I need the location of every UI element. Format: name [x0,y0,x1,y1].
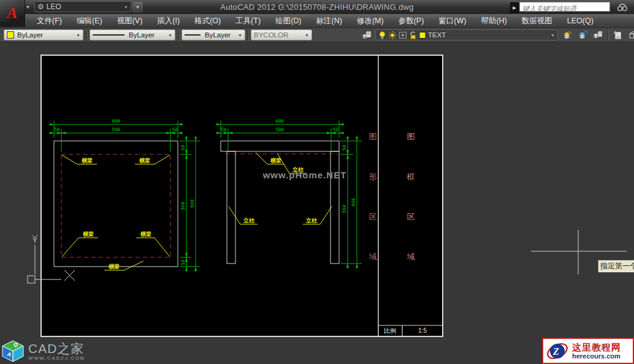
layer-control-combo[interactable]: TEXT ▼ [375,29,558,40]
cadzj-url: WWW.CADZJ.COM [28,355,85,361]
herecours-url: herecours.com [572,352,621,360]
menu-item-edit[interactable]: 编辑(E) [69,14,110,28]
dim-text: 50 [172,127,178,132]
menu-item-tools[interactable]: 工具(T) [228,14,268,28]
drawing-canvas[interactable]: 比例 1:5 图 形 区 域 图 框 区 域 [0,42,634,364]
menu-item-modify[interactable]: 修改(M) [349,14,391,28]
color-swatch-icon [7,31,14,39]
dim-text: 550 [342,205,347,213]
search-binoculars-icon[interactable] [616,2,629,12]
frame-char: 区 [407,212,415,221]
properties-toolbar: ByLayer ▼ ByLayer ▼ ByLayer ▼ BYCOLOR ▼ [0,28,634,42]
color-control-label: ByLayer [17,31,43,39]
toolbar-separator [248,29,249,40]
menu-item-dimension[interactable]: 标注(N) [309,14,349,28]
lineweight-control-label: ByLayer [205,31,231,39]
linetype-control-label: ByLayer [129,31,155,39]
chevron-down-icon: ▼ [548,33,555,37]
dim-text: 500 [112,127,120,132]
menu-item-window[interactable]: 窗口(W) [431,14,473,28]
layer-states-manager-button[interactable] [590,29,604,42]
toolbar-separator [178,29,180,40]
application-menu-button[interactable]: A [0,0,25,27]
cube-3d-icon [628,30,634,40]
dim-text: 50 [221,127,227,132]
workspace-flyout-button[interactable]: ▼ [132,1,143,12]
cube-tool-button[interactable] [626,29,634,42]
menu-item-help[interactable]: 帮助(H) [473,14,514,28]
frame-char: 框 [407,172,415,181]
layer-viewport-freeze-icon[interactable] [399,31,407,40]
make-object-layer-current-button[interactable] [560,29,574,42]
dim-text: 500 [275,127,284,132]
app-menu-chevron-icon[interactable]: ▼ [26,5,30,9]
dim-text: 50 [332,127,338,132]
layer-stack-arrow-icon [578,30,588,40]
layer-previous-button[interactable] [576,29,589,42]
menu-item-file[interactable]: 文件(F) [29,14,69,28]
search-input[interactable] [520,4,609,13]
linetype-preview-icon [93,34,124,36]
layer-stack-list-icon [592,30,603,40]
menu-item-view[interactable]: 视图(V) [110,14,150,28]
part-label: 横梁 [81,157,93,164]
workspace-switcher[interactable]: ⚙ LEO ▼ [34,1,131,12]
toolbar-separator [86,29,88,40]
dim-text: 600 [112,118,120,124]
cadzj-watermark: A D CAD之家 WWW.CADZJ.COM [2,340,85,362]
scale-value: 1:5 [418,327,427,334]
part-label: 横梁 [139,157,150,164]
menu-item-format[interactable]: 格式(O) [187,14,228,28]
dim-text: 50 [54,127,60,132]
svg-text:Z: Z [552,346,559,357]
layer-on-bulb-icon[interactable] [378,31,386,40]
part-label: 横梁 [270,157,281,164]
sheet-arrow-tool-button[interactable] [611,29,624,42]
layer-properties-manager-button[interactable] [359,29,373,42]
cadzj-name: CAD之家 [28,342,85,355]
chevron-down-icon: ▼ [166,33,172,37]
layer-thaw-sun-icon[interactable] [388,31,397,40]
dim-text: 500 [180,202,186,210]
scale-label: 比例 [384,327,396,334]
part-label: 横梁 [108,264,120,270]
layer-stack-pencil-icon [562,30,573,40]
plotstyle-control-combo[interactable]: BYCOLOR ▼ [251,29,312,40]
frame-char: 形 [369,172,377,181]
dim-text: 50 [180,259,186,265]
menu-item-dataview[interactable]: 数据视图 [514,14,560,28]
chevron-down-icon: ▼ [302,33,309,37]
command-tooltip: 指定第一个 [598,260,634,273]
part-label: 立柱 [243,218,255,224]
frame-char: 图 [369,132,377,141]
dim-text: 50 [342,145,347,151]
chevron-down-icon: ▼ [74,33,80,37]
linetype-control-combo[interactable]: ByLayer ▼ [90,29,175,40]
menu-bar: 文件(F) 编辑(E) 视图(V) 插入(I) 格式(O) 工具(T) 绘图(D… [0,14,634,28]
color-control-combo[interactable]: ByLayer ▼ [4,29,83,40]
layer-unlock-icon[interactable] [409,31,417,40]
dim-text: 50 [180,145,186,151]
layer-color-swatch-icon[interactable] [419,31,426,39]
infocenter-expand-button[interactable]: ▶ [510,2,519,13]
lineweight-control-combo[interactable]: ByLayer ▼ [181,29,245,40]
menu-item-leo[interactable]: LEO(Q) [560,14,601,28]
chevron-down-icon: ▼ [124,5,128,9]
layers-sheet-icon [361,31,372,40]
gear-icon: ⚙ [37,3,44,10]
autocad-window: AutoCAD 2012 G:\20150708-ZHIHU\DRAWING.d… [0,0,634,364]
play-icon: ▶ [513,6,516,10]
menu-item-parametric[interactable]: 参数(P) [391,14,432,28]
lineweight-preview-icon [185,34,201,36]
watermark-text: www.pHome.NET [262,170,347,180]
herecours-logo-icon: Z [546,340,569,362]
layer-control-label: TEXT [428,31,446,39]
frame-char: 区 [369,212,377,221]
dim-text: 600 [275,118,284,124]
part-label: 横梁 [140,231,151,237]
menu-item-draw[interactable]: 绘图(D) [268,14,308,28]
part-label: 立柱 [305,218,318,224]
frame-char: 域 [369,252,377,261]
infocenter-search[interactable] [519,2,610,12]
menu-item-insert[interactable]: 插入(I) [150,14,187,28]
